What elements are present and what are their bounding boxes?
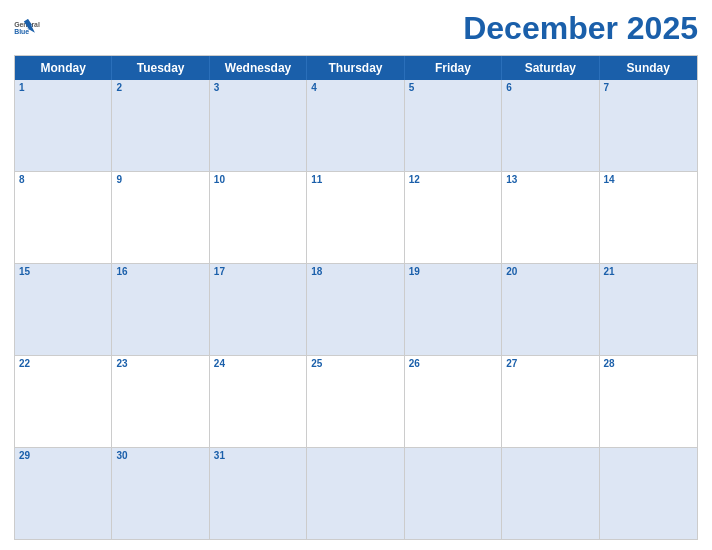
day-cell-empty-3: [307, 448, 404, 539]
date-number: 19: [409, 266, 497, 277]
day-cell-5: 5: [405, 80, 502, 171]
date-number: 24: [214, 358, 302, 369]
day-cell-20: 20: [502, 264, 599, 355]
month-title: December 2025: [463, 10, 698, 47]
date-number: 11: [311, 174, 399, 185]
day-cell-empty-4: [405, 448, 502, 539]
day-header-thursday: Thursday: [307, 56, 404, 80]
date-number: 9: [116, 174, 204, 185]
date-number: 8: [19, 174, 107, 185]
day-headers-row: MondayTuesdayWednesdayThursdayFridaySatu…: [15, 56, 697, 80]
day-cell-1: 1: [15, 80, 112, 171]
day-cell-26: 26: [405, 356, 502, 447]
week-row-3: 15161718192021: [15, 263, 697, 355]
date-number: 21: [604, 266, 693, 277]
day-cell-27: 27: [502, 356, 599, 447]
day-header-sunday: Sunday: [600, 56, 697, 80]
day-cell-7: 7: [600, 80, 697, 171]
day-cell-16: 16: [112, 264, 209, 355]
day-cell-10: 10: [210, 172, 307, 263]
day-cell-14: 14: [600, 172, 697, 263]
calendar-page: General Blue December 2025 MondayTuesday…: [0, 0, 712, 550]
date-number: 14: [604, 174, 693, 185]
week-row-1: 1234567: [15, 80, 697, 171]
date-number: 28: [604, 358, 693, 369]
date-number: 5: [409, 82, 497, 93]
day-header-tuesday: Tuesday: [112, 56, 209, 80]
logo-svg: General Blue: [14, 19, 42, 39]
date-number: 2: [116, 82, 204, 93]
page-header: General Blue December 2025: [14, 10, 698, 47]
date-number: 25: [311, 358, 399, 369]
day-cell-21: 21: [600, 264, 697, 355]
date-number: 16: [116, 266, 204, 277]
weeks-container: 1234567891011121314151617181920212223242…: [15, 80, 697, 539]
day-header-saturday: Saturday: [502, 56, 599, 80]
date-number: 26: [409, 358, 497, 369]
day-cell-17: 17: [210, 264, 307, 355]
day-header-wednesday: Wednesday: [210, 56, 307, 80]
day-cell-23: 23: [112, 356, 209, 447]
day-cell-empty-6: [600, 448, 697, 539]
logo-icon: General Blue: [14, 19, 42, 39]
day-cell-6: 6: [502, 80, 599, 171]
date-number: 22: [19, 358, 107, 369]
day-cell-18: 18: [307, 264, 404, 355]
day-cell-11: 11: [307, 172, 404, 263]
logo: General Blue: [14, 19, 42, 39]
day-cell-24: 24: [210, 356, 307, 447]
week-row-4: 22232425262728: [15, 355, 697, 447]
day-cell-28: 28: [600, 356, 697, 447]
date-number: 30: [116, 450, 204, 461]
day-cell-15: 15: [15, 264, 112, 355]
day-cell-4: 4: [307, 80, 404, 171]
date-number: 15: [19, 266, 107, 277]
week-row-5: 293031: [15, 447, 697, 539]
day-header-monday: Monday: [15, 56, 112, 80]
date-number: 31: [214, 450, 302, 461]
date-number: 20: [506, 266, 594, 277]
calendar-grid: MondayTuesdayWednesdayThursdayFridaySatu…: [14, 55, 698, 540]
date-number: 23: [116, 358, 204, 369]
date-number: 12: [409, 174, 497, 185]
date-number: 1: [19, 82, 107, 93]
day-cell-13: 13: [502, 172, 599, 263]
date-number: 13: [506, 174, 594, 185]
week-row-2: 891011121314: [15, 171, 697, 263]
date-number: 3: [214, 82, 302, 93]
date-number: 6: [506, 82, 594, 93]
date-number: 17: [214, 266, 302, 277]
date-number: 18: [311, 266, 399, 277]
day-cell-29: 29: [15, 448, 112, 539]
day-cell-31: 31: [210, 448, 307, 539]
day-cell-3: 3: [210, 80, 307, 171]
date-number: 29: [19, 450, 107, 461]
day-cell-12: 12: [405, 172, 502, 263]
day-cell-9: 9: [112, 172, 209, 263]
day-cell-22: 22: [15, 356, 112, 447]
day-cell-empty-5: [502, 448, 599, 539]
day-cell-2: 2: [112, 80, 209, 171]
day-cell-25: 25: [307, 356, 404, 447]
svg-text:Blue: Blue: [14, 28, 29, 35]
day-cell-19: 19: [405, 264, 502, 355]
day-header-friday: Friday: [405, 56, 502, 80]
date-number: 27: [506, 358, 594, 369]
day-cell-30: 30: [112, 448, 209, 539]
day-cell-8: 8: [15, 172, 112, 263]
date-number: 7: [604, 82, 693, 93]
date-number: 4: [311, 82, 399, 93]
date-number: 10: [214, 174, 302, 185]
